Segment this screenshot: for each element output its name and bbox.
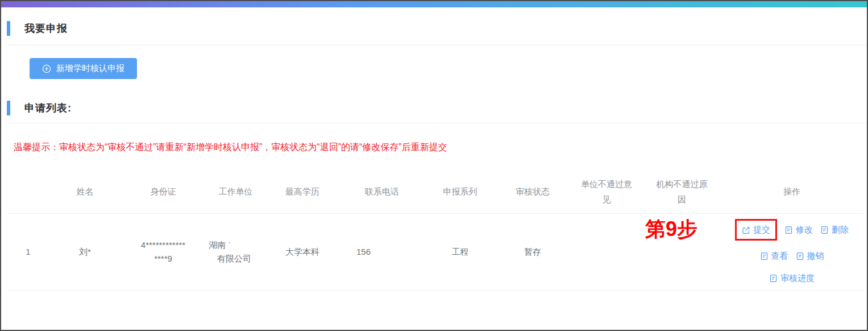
audit-progress-link-label: 审核进度: [780, 271, 815, 285]
plus-circle-icon: [42, 64, 51, 73]
modify-link-label: 修改: [796, 223, 813, 237]
divider: [7, 45, 867, 45]
delete-link[interactable]: 删除: [820, 223, 849, 237]
table-row: 1 刘* 4************ ****9 湖南 ˈ 有限公司 大学本科 …: [7, 214, 863, 291]
header-series: 申报系列: [425, 185, 496, 198]
header-id-card: 身份证: [121, 185, 206, 198]
document-icon: [784, 226, 793, 234]
modify-link[interactable]: 修改: [784, 223, 813, 237]
row-education: 大学本科: [265, 245, 339, 259]
header-education: 最高学历: [265, 185, 339, 198]
add-declaration-button-label: 新增学时核认申报: [56, 63, 124, 74]
document-icon: [796, 252, 804, 260]
edit-square-icon: [742, 226, 750, 234]
divider: [7, 123, 867, 123]
declare-section-header: 我要申报: [7, 20, 867, 37]
add-declaration-button[interactable]: 新增学时核认申报: [30, 58, 137, 79]
header-status: 审核状态: [496, 185, 570, 198]
id-card-line1: 4************: [121, 238, 206, 252]
header-actions: 操作: [720, 185, 863, 198]
row-id-card: 4************ ****9: [121, 238, 206, 266]
header-org-reject-reason: 机构不通过原因: [643, 176, 720, 207]
document-icon: [760, 252, 769, 260]
delete-link-label: 删除: [832, 223, 849, 237]
list-section-title: 申请列表:: [24, 101, 72, 115]
top-gradient-bar: [1, 1, 867, 7]
work-unit-line2: 有限公司: [209, 252, 265, 266]
row-name: 刘*: [49, 245, 121, 259]
accent-bar: [7, 21, 10, 36]
accent-bar: [7, 101, 10, 115]
warm-tip-text: 温馨提示：审核状态为“审核不通过”请重新“新增学时核认申报”，审核状态为“退回”…: [14, 141, 867, 154]
declare-section-title: 我要申报: [24, 22, 68, 35]
view-link[interactable]: 查看: [760, 249, 788, 263]
list-section-header: 申请列表:: [7, 100, 867, 117]
table-header-row: 姓名 身份证 工作单位 最高学历 联系电话 申报系列 审核状态 单位不通过意见 …: [7, 170, 863, 214]
header-unit-reject-opinion: 单位不通过意见: [570, 176, 643, 207]
audit-progress-link[interactable]: 审核进度: [769, 271, 815, 285]
header-work-unit: 工作单位: [206, 185, 265, 198]
submit-link[interactable]: 提交: [735, 219, 777, 241]
revoke-link[interactable]: 撤销: [796, 249, 824, 263]
row-series: 工程: [425, 245, 496, 259]
step-annotation: 第9步: [645, 217, 697, 241]
row-actions: 提交 修改: [720, 219, 863, 285]
work-unit-line1: 湖南 ˈ: [209, 238, 265, 252]
row-phone: 156: [339, 245, 425, 259]
row-work-unit: 湖南 ˈ 有限公司: [206, 238, 265, 266]
submit-link-label: 提交: [753, 223, 770, 237]
document-icon: [769, 274, 778, 283]
header-phone: 联系电话: [339, 185, 425, 198]
revoke-link-label: 撤销: [807, 249, 824, 263]
row-status: 暂存: [496, 245, 570, 259]
document-icon: [820, 226, 829, 234]
view-link-label: 查看: [771, 249, 788, 263]
header-name: 姓名: [49, 185, 121, 198]
page: 我要申报 新增学时核认申报 申请列表: 温馨提示：审核状态为“审核不通过”请重新…: [0, 0, 868, 331]
row-index: 1: [7, 245, 49, 259]
id-card-line2: ****9: [121, 252, 206, 266]
application-table: 姓名 身份证 工作单位 最高学历 联系电话 申报系列 审核状态 单位不通过意见 …: [7, 170, 863, 291]
